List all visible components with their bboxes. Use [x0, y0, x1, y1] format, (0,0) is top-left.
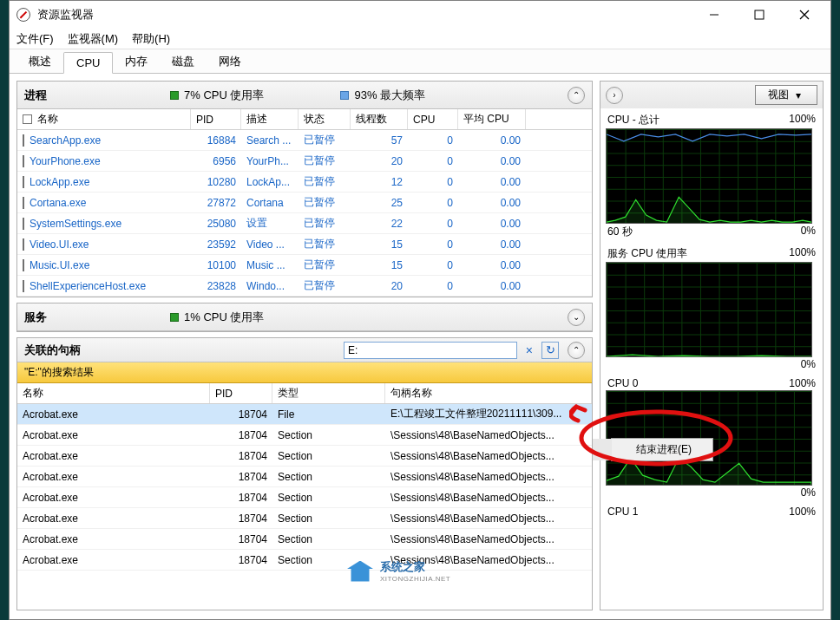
tab-disk[interactable]: 磁盘	[160, 50, 207, 73]
handle-row[interactable]: Acrobat.exe 18704 Section \Sessions\48\B…	[17, 467, 592, 487]
menu-help[interactable]: 帮助(H)	[132, 31, 170, 47]
col-description[interactable]: 描述	[241, 109, 299, 129]
col-name[interactable]: 名称	[17, 109, 191, 129]
processes-column-header: 名称 PID 描述 状态 线程数 CPU 平均 CPU	[17, 109, 592, 130]
process-checkbox[interactable]	[23, 176, 24, 188]
graph-cpu-total-label: CPU - 总计	[607, 113, 660, 127]
tab-memory[interactable]: 内存	[113, 50, 160, 73]
processes-header[interactable]: 进程 7% CPU 使用率 93% 最大频率 ⌃	[17, 82, 592, 109]
process-row[interactable]: ShellExperienceHost.exe 23828 Windo... 已…	[17, 276, 592, 297]
process-cpu: 0	[408, 218, 458, 230]
select-all-checkbox[interactable]	[23, 114, 32, 124]
process-checkbox[interactable]	[23, 155, 24, 167]
hcol-type[interactable]: 类型	[272, 383, 385, 403]
collapse-services-icon[interactable]: ⌄	[568, 309, 585, 326]
handle-name: Acrobat.exe	[17, 554, 210, 566]
handle-row[interactable]: Acrobat.exe 18704 File E:\工程竣工文件整理202111…	[17, 404, 592, 425]
context-end-process[interactable]: 结束进程(E)	[593, 439, 712, 460]
collapse-processes-icon[interactable]: ⌃	[568, 87, 585, 104]
search-results-banner: "E:"的搜索结果	[17, 362, 592, 383]
process-row[interactable]: SystemSettings.exe 25080 设置 已暂停 22 0 0.0…	[17, 213, 592, 234]
resource-monitor-window: 资源监视器 文件(F) 监视器(M) 帮助(H) 概述 CPU 内存 磁盘 网络…	[9, 0, 831, 620]
process-checkbox[interactable]	[23, 218, 24, 230]
process-row[interactable]: YourPhone.exe 6956 YourPh... 已暂停 20 0 0.…	[17, 151, 592, 172]
col-threads[interactable]: 线程数	[351, 109, 408, 129]
handle-row[interactable]: Acrobat.exe 18704 Section \Sessions\48\B…	[17, 550, 592, 571]
col-cpu[interactable]: CPU	[408, 109, 458, 129]
handle-pid: 18704	[210, 492, 272, 504]
handle-path: \Sessions\48\BaseNamedObjects...	[385, 533, 592, 545]
handle-row[interactable]: Acrobat.exe 18704 Section \Sessions\48\B…	[17, 529, 592, 550]
tab-overview[interactable]: 概述	[16, 50, 63, 73]
process-cpu: 0	[408, 238, 458, 251]
view-button[interactable]: 视图▾	[755, 85, 817, 105]
process-threads: 20	[351, 280, 408, 292]
handles-search-input[interactable]	[344, 342, 517, 359]
handle-name: Acrobat.exe	[17, 408, 210, 421]
handle-name: Acrobat.exe	[17, 471, 210, 483]
process-desc: LockAp...	[241, 176, 299, 188]
graph-cpu0-label: CPU 0	[607, 377, 638, 389]
process-name: Music.UI.exe	[30, 259, 89, 271]
process-pid: 16884	[191, 134, 241, 147]
process-pid: 6956	[191, 155, 241, 167]
handle-row[interactable]: Acrobat.exe 18704 Section \Sessions\48\B…	[17, 508, 592, 529]
hcol-handle[interactable]: 句柄名称	[385, 383, 592, 403]
process-threads: 22	[351, 218, 408, 230]
tab-cpu[interactable]: CPU	[63, 52, 113, 74]
minimize-button[interactable]	[702, 5, 726, 24]
clear-search-icon[interactable]: ×	[526, 343, 533, 357]
graphs-container: CPU - 总计100% 60 秒0% 服务 CPU 使用率100%	[600, 108, 824, 610]
handle-type: Section	[272, 471, 385, 483]
process-cpu: 0	[408, 280, 458, 292]
handle-path: \Sessions\48\BaseNamedObjects...	[385, 429, 592, 441]
process-checkbox[interactable]	[23, 259, 24, 271]
col-status[interactable]: 状态	[299, 109, 351, 129]
process-status: 已暂停	[299, 258, 351, 272]
col-pid[interactable]: PID	[191, 109, 241, 129]
titlebar[interactable]: 资源监视器	[10, 1, 830, 29]
processes-panel: 进程 7% CPU 使用率 93% 最大频率 ⌃ 名称 PID 描述 状态 线程…	[16, 81, 593, 297]
handle-row[interactable]: Acrobat.exe 18704 Section \Sessions\48\B…	[17, 425, 592, 446]
handle-path: \Sessions\48\BaseNamedObjects...	[385, 512, 592, 525]
services-header[interactable]: 服务 1% CPU 使用率 ⌄	[17, 303, 592, 331]
process-pid: 23828	[191, 280, 241, 292]
graph-cpu0-ftr-r: 0%	[801, 486, 816, 499]
tab-network[interactable]: 网络	[207, 50, 253, 73]
maximize-button[interactable]	[747, 5, 771, 24]
process-desc: Music ...	[241, 259, 299, 271]
collapse-handles-icon[interactable]: ⌃	[568, 342, 585, 359]
process-name: YourPhone.exe	[30, 155, 101, 167]
handle-path: \Sessions\48\BaseNamedObjects...	[385, 554, 592, 566]
handle-path: \Sessions\48\BaseNamedObjects...	[385, 471, 592, 483]
process-checkbox[interactable]	[23, 280, 24, 292]
graph-cpu-total-canvas	[606, 128, 812, 224]
process-checkbox[interactable]	[23, 238, 24, 251]
handle-type: Section	[272, 429, 385, 441]
hcol-pid[interactable]: PID	[210, 383, 272, 403]
refresh-icon[interactable]: ↻	[541, 342, 559, 359]
handle-type: Section	[272, 492, 385, 504]
process-row[interactable]: Music.UI.exe 10100 Music ... 已暂停 15 0 0.…	[17, 255, 592, 276]
menu-monitor[interactable]: 监视器(M)	[68, 31, 119, 47]
process-row[interactable]: Cortana.exe 27872 Cortana 已暂停 25 0 0.00	[17, 193, 592, 213]
process-checkbox[interactable]	[23, 197, 24, 209]
handle-row[interactable]: Acrobat.exe 18704 Section \Sessions\48\B…	[17, 487, 592, 508]
handle-type: Section	[272, 533, 385, 545]
process-row[interactable]: LockApp.exe 10280 LockAp... 已暂停 12 0 0.0…	[17, 172, 592, 193]
process-pid: 27872	[191, 197, 241, 209]
process-name: LockApp.exe	[30, 176, 89, 188]
col-avg-cpu[interactable]: 平均 CPU	[458, 109, 526, 129]
handle-type: Section	[272, 554, 385, 566]
process-name: Cortana.exe	[30, 197, 86, 209]
menu-file[interactable]: 文件(F)	[16, 31, 54, 47]
expand-graphs-icon[interactable]: ›	[606, 87, 623, 104]
process-checkbox[interactable]	[23, 134, 24, 147]
process-row[interactable]: SearchApp.exe 16884 Search ... 已暂停 57 0 …	[17, 130, 592, 151]
close-button[interactable]	[792, 5, 817, 24]
max-freq-label: 93% 最大频率	[354, 88, 425, 103]
handle-row[interactable]: Acrobat.exe 18704 Section \Sessions\48\B…	[17, 446, 592, 467]
process-row[interactable]: Video.UI.exe 23592 Video ... 已暂停 15 0 0.…	[17, 234, 592, 255]
handle-name: Acrobat.exe	[17, 450, 210, 462]
hcol-name[interactable]: 名称	[17, 383, 210, 403]
